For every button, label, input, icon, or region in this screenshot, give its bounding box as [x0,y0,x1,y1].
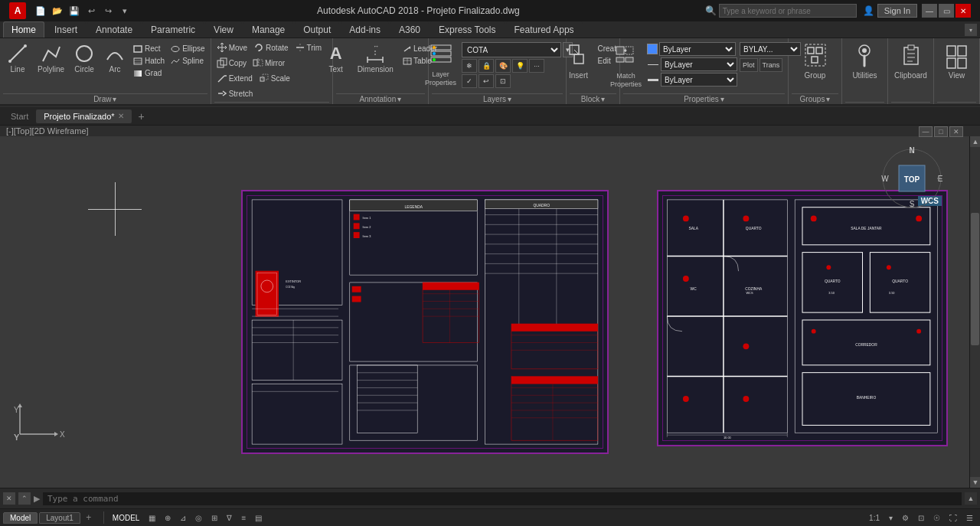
doc-tab-start[interactable]: Start [3,109,36,123]
insert-button[interactable]: Insert [564,41,594,82]
arc-button[interactable]: Arc [100,41,129,76]
tab-addins[interactable]: Add-ins [341,21,389,38]
layer-isolate[interactable]: ⊡ [495,74,511,88]
layers-group-label[interactable]: Layers ▾ [432,93,563,104]
ribbon-minimize[interactable]: ▾ [965,24,977,36]
tab-parametric[interactable]: Parametric [142,21,204,38]
layout-tab-add[interactable]: + [82,511,96,524]
rotate-button[interactable]: Rotate [251,41,290,54]
tab-insert[interactable]: Insert [46,21,86,38]
qa-dropdown[interactable]: ▾ [118,4,132,18]
mirror-button[interactable]: Mirror [250,56,287,70]
block-group-label[interactable]: Block ▾ [570,93,616,104]
grid-toggle-btn[interactable]: ▦ [145,513,159,523]
view-ribbon-button[interactable]: View [942,41,972,82]
doc-tab-projeto[interactable]: Projeto Finalizado* ✕ [36,109,131,123]
scroll-down-btn[interactable]: ▼ [970,477,980,488]
text-button[interactable]: A Text [322,41,351,76]
window-minimize[interactable]: — [922,4,937,18]
spline-button[interactable]: Spline [168,55,207,67]
group-button[interactable]: Group [800,41,831,82]
ellipse-button[interactable]: Ellipse [168,43,207,54]
layer-properties-button[interactable]: LayerProperties [422,41,459,89]
cmd-scroll-up[interactable]: ▲ [965,492,977,505]
new-btn[interactable]: 📄 [34,4,47,18]
scroll-up-btn[interactable]: ▲ [970,136,980,147]
rectangle-button[interactable]: Rect [131,43,167,54]
scale-button[interactable]: Scale [256,71,292,85]
match-properties-button[interactable]: MatchProperties [607,41,645,92]
layout-tab-model[interactable]: Model [3,512,38,524]
layer-lock-button[interactable]: 🔒 [479,59,494,73]
move-button[interactable]: Move [214,41,250,54]
clipboard-button[interactable]: Clipboard [890,41,931,82]
model-space-btn[interactable]: MODEL [109,513,144,523]
groups-group-label[interactable]: Groups ▾ [792,93,838,104]
search-input[interactable] [719,4,857,18]
polyline-button[interactable]: Polyline [34,41,68,76]
signin-button[interactable]: Sign In [877,4,917,18]
layer-more-button[interactable]: ··· [529,59,544,73]
extend-button[interactable]: Extend [214,71,255,85]
plot-style-button[interactable]: Plot [740,58,758,72]
osnap-toggle-btn[interactable]: ⊞ [207,513,221,523]
stretch-button[interactable]: Stretch [214,87,256,100]
layer-previous[interactable]: ↩ [479,74,494,88]
otrack-toggle-btn[interactable]: ∇ [223,513,236,523]
polar-toggle-btn[interactable]: ◎ [191,513,206,523]
linetype-dropdown[interactable]: ByLayer Continuous Dashed [661,57,737,71]
cmd-close-btn[interactable]: ✕ [3,492,15,505]
layer-color-button[interactable]: 🎨 [495,59,511,73]
viewport-minimize-btn[interactable]: — [919,126,933,137]
draw-group-label[interactable]: Draw ▾ [3,93,207,104]
window-maximize[interactable]: ▭ [939,4,954,18]
window-close[interactable]: ✕ [956,4,971,18]
redo-btn[interactable]: ↪ [101,4,115,18]
viewport-restore-btn[interactable]: □ [934,126,948,137]
layer-freeze-button[interactable]: ❄ [462,59,477,73]
fullscreen-btn[interactable]: ⛶ [946,513,961,523]
utilities-button[interactable]: Utilities [848,41,880,82]
tab-featuredapps[interactable]: Featured Apps [506,21,583,38]
doc-tab-add[interactable]: + [134,109,149,124]
drawing-area[interactable]: EXTINTOR CO2 6kg LEGENDA [0,136,969,488]
tab-manage[interactable]: Manage [243,21,293,38]
annotation-scale-btn[interactable]: ▾ [885,513,897,523]
scale-btn[interactable]: 1:1 [865,513,884,523]
tab-a360[interactable]: A360 [390,21,429,38]
save-btn[interactable]: 💾 [67,4,81,18]
annotation-group-label[interactable]: Annotation ▾ [336,93,425,104]
hardware-accel-btn[interactable]: ⊡ [914,513,928,523]
doc-tab-close-icon[interactable]: ✕ [118,112,124,120]
hatch-button[interactable]: Hatch [131,55,167,67]
tab-view[interactable]: View [205,21,242,38]
workspace-settings-btn[interactable]: ⚙ [898,513,913,523]
dimension-button[interactable]: ↔ Dimension [354,41,397,76]
modify-group-label[interactable]: Modify ▾ [214,102,329,106]
tab-output[interactable]: Output [295,21,339,38]
snap-toggle-btn[interactable]: ⊕ [161,513,175,523]
viewport-close-btn[interactable]: ✕ [949,126,963,137]
customize-status-btn[interactable]: ☰ [962,513,977,523]
command-input[interactable] [43,492,962,505]
tab-expresstools[interactable]: Express Tools [430,21,504,38]
cmd-expand-btn[interactable]: ⌃ [18,492,31,505]
color-dropdown[interactable]: ByLayer Red Blue [659,42,736,56]
tab-home[interactable]: Home [3,21,44,38]
open-btn[interactable]: 📂 [51,4,64,18]
layer-on-button[interactable]: 💡 [512,59,528,73]
undo-btn[interactable]: ↩ [84,4,98,18]
trim-button[interactable]: Trim [292,41,325,54]
isolate-objects-btn[interactable]: ☉ [929,513,944,523]
layer-dropdown[interactable]: COTA 0 Defpoints PLANTA [462,42,561,57]
properties-group-label[interactable]: Properties ▾ [623,93,785,104]
transparency-toggle-btn[interactable]: ▤ [251,513,266,523]
layout-tab-layout1[interactable]: Layout1 [39,512,80,524]
scroll-thumb-v[interactable] [971,213,979,345]
line-button[interactable]: Line [3,41,32,76]
tab-annotate[interactable]: Annotate [87,21,141,38]
gradient-button[interactable]: Grad [131,67,167,79]
layer-make-current[interactable]: ✓ [462,74,477,88]
copy-button[interactable]: Copy [214,56,249,70]
vertical-scrollbar[interactable]: ▲ ▼ [969,136,980,488]
